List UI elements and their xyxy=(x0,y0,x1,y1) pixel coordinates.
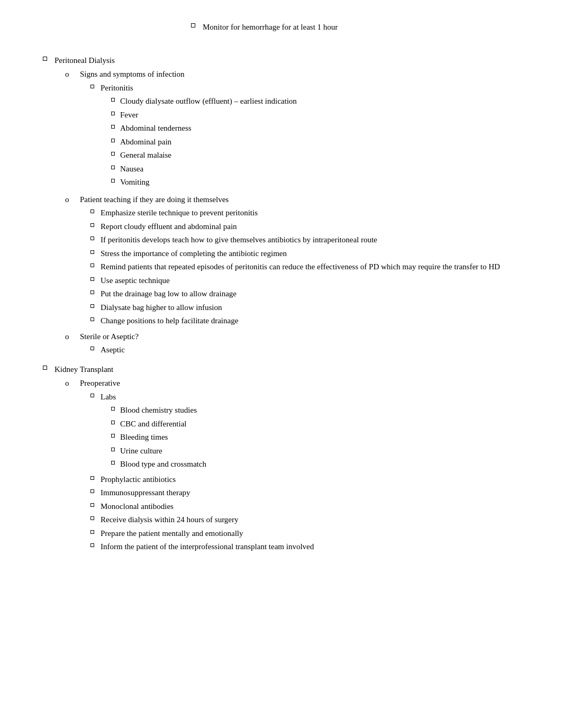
labs-items: Blood chemistry studies CBC and differen… xyxy=(101,404,519,470)
bullet-icon xyxy=(111,98,115,102)
list-item-vomiting: Vomiting xyxy=(111,176,519,188)
bullet-icon xyxy=(90,85,94,88)
sterile-technique-text: Emphasize sterile technique to prevent p… xyxy=(101,207,519,219)
kidney-transplant-subsections: o Preoperative Labs xyxy=(55,377,519,554)
bullet-icon xyxy=(90,530,94,534)
abdominal-tenderness-text: Abdominal tenderness xyxy=(120,122,519,134)
bullet-icon xyxy=(90,476,94,480)
bullet-icon xyxy=(90,250,94,254)
bullet-icon xyxy=(90,503,94,507)
list-item-peritonitis-antibiotics: If peritonitis develops teach how to giv… xyxy=(90,234,519,246)
bullet-icon xyxy=(111,421,115,424)
list-item-peritoneal-dialysis: Peritoneal Dialysis o Signs and symptoms… xyxy=(43,54,519,359)
list-item-blood-chemistry: Blood chemistry studies xyxy=(111,404,519,416)
bullet-icon xyxy=(90,236,94,240)
immunosuppressant-text: Immunosuppressant therapy xyxy=(101,487,519,499)
list-item-repeated-peritonitis: Remind patients that repeated episodes o… xyxy=(90,261,519,273)
list-item-fever: Fever xyxy=(111,109,519,121)
bullet-icon xyxy=(111,407,115,411)
peritonitis-section: Peritonitis Cloudy dialysate outflow (ef… xyxy=(101,82,519,190)
list-item-report-cloudy: Report cloudy effluent and abdominal pai… xyxy=(90,221,519,233)
peritonitis-title: Peritonitis xyxy=(101,84,133,92)
o-bullet-icon: o xyxy=(65,331,80,343)
list-item-abdominal-tenderness: Abdominal tenderness xyxy=(111,122,519,134)
o-bullet-icon: o xyxy=(65,194,80,206)
antibiotic-regimen-text: Stress the importance of completing the … xyxy=(101,248,519,260)
list-item-prophylactic: Prophylactic antibiotics xyxy=(90,474,519,486)
list-item-nausea: Nausea xyxy=(111,163,519,175)
peritonitis-items: Cloudy dialysate outflow (effluent) – ea… xyxy=(101,95,519,188)
bullet-icon xyxy=(90,317,94,321)
list-item-dialysate-bag-higher: Dialysate bag higher to allow infusion xyxy=(90,302,519,314)
list-item-blood-type: Blood type and crossmatch xyxy=(111,458,519,470)
dialysate-bag-higher-text: Dialysate bag higher to allow infusion xyxy=(101,302,519,314)
labs-title: Labs xyxy=(101,393,116,401)
list-item-prepare-mentally: Prepare the patient mentally and emotion… xyxy=(90,527,519,540)
bullet-icon xyxy=(111,112,115,115)
bullet-icon xyxy=(90,277,94,281)
top-item-text: Monitor for hemorrhage for at least 1 ho… xyxy=(203,21,519,33)
bleeding-times-text: Bleeding times xyxy=(120,431,519,443)
blood-chemistry-text: Blood chemistry studies xyxy=(120,404,519,416)
bullet-icon xyxy=(90,516,94,520)
sterile-aseptic-section: Sterile or Aseptic? Aseptic xyxy=(80,331,519,358)
top-item: Monitor for hemorrhage for at least 1 ho… xyxy=(43,21,519,33)
labs-section: Labs Blood chemistry studies xyxy=(101,391,519,472)
patient-teaching-title: Patient teaching if they are doing it th… xyxy=(80,195,229,204)
inform-interprofessional-text: Inform the patient of the interprofessio… xyxy=(101,541,519,553)
list-item-bleeding-times: Bleeding times xyxy=(111,431,519,443)
cloudy-text: Cloudy dialysate outflow (effluent) – ea… xyxy=(120,95,519,107)
prophylactic-text: Prophylactic antibiotics xyxy=(101,474,519,486)
list-item-change-positions: Change positions to help facilitate drai… xyxy=(90,315,519,327)
preoperative-title: Preoperative xyxy=(80,379,120,387)
bullet-icon xyxy=(43,57,47,61)
list-item-cloudy: Cloudy dialysate outflow (effluent) – ea… xyxy=(111,95,519,107)
kidney-transplant-title: Kidney Transplant xyxy=(55,365,113,374)
document-content: Monitor for hemorrhage for at least 1 ho… xyxy=(43,21,519,556)
bullet-icon xyxy=(90,394,94,397)
bullet-icon xyxy=(111,139,115,142)
list-item-sterile-technique: Emphasize sterile technique to prevent p… xyxy=(90,207,519,219)
bullet-icon xyxy=(111,448,115,451)
list-item-peritonitis: Peritonitis Cloudy dialysate outflow (ef… xyxy=(90,82,519,190)
list-item-signs-symptoms: o Signs and symptoms of infection Perito… xyxy=(65,68,519,192)
sterile-aseptic-title: Sterile or Aseptic? xyxy=(80,332,139,341)
main-list: Peritoneal Dialysis o Signs and symptoms… xyxy=(43,54,519,556)
prepare-mentally-text: Prepare the patient mentally and emotion… xyxy=(101,527,519,540)
preoperative-items: Labs Blood chemistry studies xyxy=(80,391,519,553)
drainage-bag-low-text: Put the drainage bag low to allow draina… xyxy=(101,288,519,300)
o-bullet-icon: o xyxy=(65,68,80,80)
bullet-icon xyxy=(90,290,94,294)
signs-symptoms-section: Signs and symptoms of infection Peritoni… xyxy=(80,68,519,192)
aseptic-text: Aseptic xyxy=(101,344,519,356)
list-item-inform-interprofessional: Inform the patient of the interprofessio… xyxy=(90,541,519,553)
kidney-transplant-section: Kidney Transplant o Preoperative xyxy=(55,363,519,556)
sterile-aseptic-items: Aseptic xyxy=(80,344,519,356)
list-item-labs: Labs Blood chemistry studies xyxy=(90,391,519,472)
list-item-abdominal-pain: Abdominal pain xyxy=(111,136,519,148)
list-item-drainage-bag-low: Put the drainage bag low to allow draina… xyxy=(90,288,519,300)
list-item-antibiotic-regimen: Stress the importance of completing the … xyxy=(90,248,519,260)
bullet-icon xyxy=(111,179,115,183)
bullet-icon xyxy=(90,210,94,213)
peritoneal-dialysis-section: Peritoneal Dialysis o Signs and symptoms… xyxy=(55,54,519,359)
bullet-icon xyxy=(90,263,94,267)
bullet-icon xyxy=(111,461,115,465)
bullet-icon xyxy=(111,152,115,156)
bullet-icon xyxy=(90,543,94,547)
peritoneal-dialysis-subsections: o Signs and symptoms of infection Perito… xyxy=(55,68,519,358)
cbc-text: CBC and differential xyxy=(120,418,519,430)
list-item-kidney-transplant: Kidney Transplant o Preoperative xyxy=(43,363,519,556)
list-item-sterile-aseptic: o Sterile or Aseptic? Aseptic xyxy=(65,331,519,358)
dialysis-24hr-text: Receive dialysis within 24 hours of surg… xyxy=(101,514,519,526)
list-item-preoperative: o Preoperative Labs xyxy=(65,377,519,554)
peritoneal-dialysis-title: Peritoneal Dialysis xyxy=(55,56,115,65)
patient-teaching-section: Patient teaching if they are doing it th… xyxy=(80,194,519,329)
bullet-icon xyxy=(43,366,47,370)
nausea-text: Nausea xyxy=(120,163,519,175)
o-bullet-icon: o xyxy=(65,377,80,389)
bullet-icon xyxy=(111,125,115,129)
bullet-icon xyxy=(90,489,94,493)
malaise-text: General malaise xyxy=(120,149,519,161)
blood-type-text: Blood type and crossmatch xyxy=(120,458,519,470)
